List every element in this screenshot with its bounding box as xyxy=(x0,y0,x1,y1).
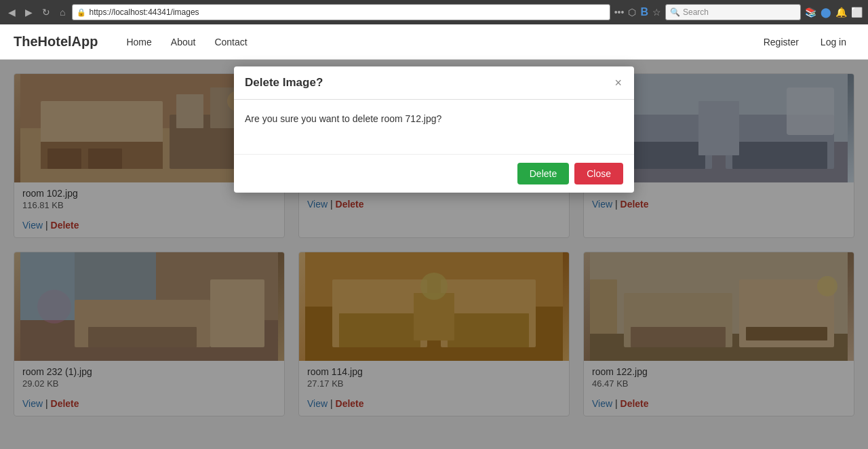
window-icon[interactable]: ⬜ xyxy=(851,7,863,18)
modal-body: Are you sure you want to delete room 712… xyxy=(234,100,634,154)
profile-icon[interactable]: ⬤ xyxy=(821,7,831,18)
search-icon: 🔍 xyxy=(670,7,680,17)
pocket-icon[interactable]: ⬡ xyxy=(628,7,636,18)
nav-about[interactable]: About xyxy=(163,33,204,52)
register-link[interactable]: Register xyxy=(755,33,807,52)
browser-search-bar[interactable]: 🔍 Search xyxy=(665,4,801,20)
modal-footer: Delete Close xyxy=(234,154,634,193)
forward-button[interactable]: ▶ xyxy=(22,5,35,19)
modal-title: Delete Image? xyxy=(245,76,323,90)
delete-modal: Delete Image? × Are you sure you want to… xyxy=(234,66,634,193)
lock-icon: 🔒 xyxy=(77,8,86,17)
refresh-button[interactable]: ↻ xyxy=(39,5,53,19)
url-text: https://localhost:44341/images xyxy=(89,7,199,17)
app-navbar: TheHotelApp Home About Contact Register … xyxy=(0,24,868,60)
nav-links: Home About Contact xyxy=(118,33,741,52)
bookmark-icon[interactable]: ☆ xyxy=(652,7,661,18)
reading-list-icon[interactable]: 📚 xyxy=(805,7,816,18)
extension-icon[interactable]: B xyxy=(640,6,648,18)
more-options-icon[interactable]: ••• xyxy=(614,7,625,18)
back-button[interactable]: ◀ xyxy=(5,5,18,19)
confirm-delete-button[interactable]: Delete xyxy=(517,163,569,184)
nav-auth: Register Log in xyxy=(755,33,854,52)
search-placeholder: Search xyxy=(683,7,709,17)
app-brand: TheHotelApp xyxy=(14,34,98,50)
close-modal-button[interactable]: Close xyxy=(574,163,623,184)
nav-contact[interactable]: Contact xyxy=(206,33,255,52)
modal-close-x-button[interactable]: × xyxy=(613,77,623,89)
modal-body-text: Are you sure you want to delete room 712… xyxy=(245,113,441,124)
nav-home[interactable]: Home xyxy=(118,33,159,52)
home-button[interactable]: ⌂ xyxy=(57,5,68,19)
modal-overlay: Delete Image? × Are you sure you want to… xyxy=(0,60,868,449)
browser-toolbar: ◀ ▶ ↻ ⌂ 🔒 https://localhost:44341/images… xyxy=(0,0,868,24)
modal-header: Delete Image? × xyxy=(234,66,634,100)
address-bar[interactable]: 🔒 https://localhost:44341/images xyxy=(72,4,610,20)
login-link[interactable]: Log in xyxy=(812,33,854,52)
notifications-icon[interactable]: 🔔 xyxy=(835,7,847,18)
page-content: room 102.jpg 116.81 KB View | Delete xyxy=(0,60,868,449)
